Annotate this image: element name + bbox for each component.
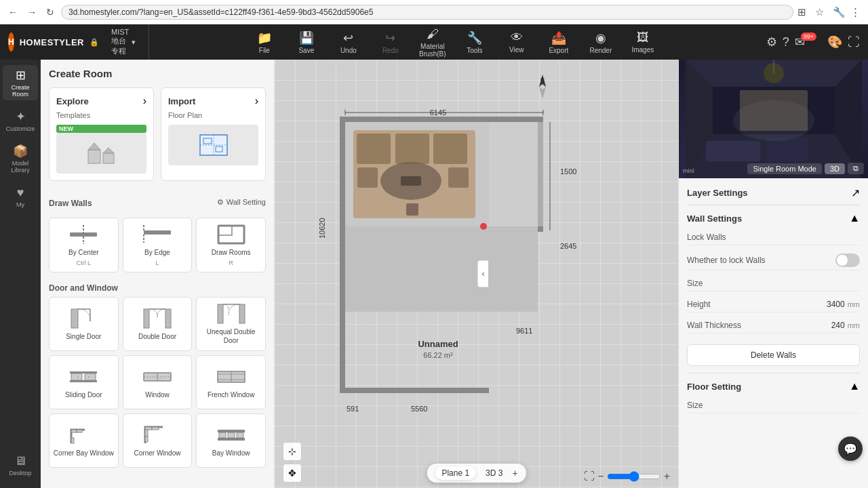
file-btn[interactable]: 📁 File <box>244 24 285 60</box>
double-door-tool[interactable]: Double Door <box>123 297 193 351</box>
floor-setting-header[interactable]: Floor Setting ▲ <box>687 380 860 392</box>
sidebar-item-create-room[interactable]: ⊞ Create Room <box>3 65 38 100</box>
svg-rect-50 <box>219 432 226 438</box>
tools-btn[interactable]: 🔧 Tools <box>454 24 495 60</box>
palette-icon[interactable]: 🎨 <box>827 35 842 49</box>
view-btn[interactable]: 👁 View <box>496 24 537 60</box>
nav-back-btn[interactable]: ← <box>5 5 20 19</box>
bay-window-tool[interactable]: Bay Window <box>196 413 266 468</box>
export-btn[interactable]: 📤 Export <box>538 24 579 60</box>
svg-rect-24 <box>218 304 223 323</box>
svg-text:2645: 2645 <box>560 242 576 250</box>
canvas-tab-plane1[interactable]: Plane 1 <box>435 466 476 480</box>
extensions-icon[interactable]: 🔧 <box>833 6 845 18</box>
by-edge-shortcut: L <box>155 260 159 266</box>
svg-rect-41 <box>71 430 77 432</box>
single-door-label: Single Door <box>66 332 101 341</box>
sidebar-item-desktop[interactable]: 🖥 Desktop <box>3 447 38 483</box>
window-tool[interactable]: Window <box>123 355 193 409</box>
wall-setting-btn[interactable]: ⚙ Wall Setting <box>217 198 266 207</box>
fullscreen-icon[interactable]: ⛶ <box>848 35 860 49</box>
explore-card[interactable]: Explore › Templates NEW <box>49 87 154 181</box>
unequal-double-door-icon <box>216 303 246 325</box>
sidebar-item-customize[interactable]: ✦ Customize <box>3 103 38 138</box>
sidebar-item-my-label: My <box>16 201 24 208</box>
sidebar-item-model-library[interactable]: 📦 Model Library <box>3 141 38 176</box>
layer-settings-header[interactable]: Layer Settings ↗ <box>687 186 860 199</box>
nav-refresh-btn[interactable]: ↻ <box>43 5 57 19</box>
north-arrow: N <box>532 73 553 104</box>
help-icon[interactable]: ? <box>783 35 789 49</box>
corner-bay-window-tool[interactable]: Corner Bay Window <box>49 413 119 468</box>
corner-bay-window-label: Corner Bay Window <box>54 449 114 458</box>
right-panel-collapse-btn[interactable]: ‹ <box>477 260 488 287</box>
notification-badge: 99+ <box>801 33 816 41</box>
url-bar[interactable] <box>61 5 793 20</box>
create-room-icon: ⊞ <box>16 68 26 83</box>
cast-icon[interactable]: ⊞ <box>797 6 810 18</box>
wall-settings-header[interactable]: Wall Settings ▲ <box>687 212 860 224</box>
right-panel: mini Single Room Mode 3D ⧉ Layer Setting… <box>678 60 868 488</box>
browser-icons: ⊞ ☆ 🔧 ⋮ <box>797 6 863 18</box>
3d-btn[interactable]: 3D <box>825 163 845 174</box>
sliding-door-tool[interactable]: Sliding Door <box>49 355 119 409</box>
zoom-in-btn[interactable]: + <box>664 470 670 483</box>
add-tab-btn[interactable]: + <box>512 468 517 479</box>
unequal-double-door-label: Unequal Double Door <box>199 327 262 345</box>
canvas-area[interactable]: N <box>275 60 678 488</box>
render-btn[interactable]: ◉ Render <box>580 24 621 60</box>
canvas-tab-3d3[interactable]: 3D 3 <box>479 466 509 480</box>
draw-rooms-label: Draw Rooms <box>212 248 251 257</box>
floor-size-row: Size <box>687 398 860 413</box>
single-room-mode-btn[interactable]: Single Room Mode <box>747 163 822 174</box>
lock-walls-toggle[interactable] <box>835 253 860 267</box>
pan-tool-btn[interactable]: ✥ <box>283 464 302 483</box>
settings-icon[interactable]: ⚙ <box>766 35 777 49</box>
by-center-label: By Center <box>68 248 98 257</box>
svg-marker-3 <box>103 148 114 153</box>
wall-height-value: 3400 <box>827 300 845 309</box>
svg-text:10620: 10620 <box>318 218 326 239</box>
by-edge-tool[interactable]: By Edge L <box>123 218 193 272</box>
by-edge-label: By Edge <box>144 248 170 257</box>
import-card-header: Import › <box>168 95 258 107</box>
import-card[interactable]: Import › Floor Plan <box>161 87 266 181</box>
images-btn[interactable]: 🖼 Images <box>623 24 663 60</box>
by-center-tool[interactable]: By Center Ctrl L <box>49 218 119 272</box>
svg-text:1500: 1500 <box>560 167 576 176</box>
svg-rect-25 <box>239 304 245 323</box>
unequal-double-door-tool[interactable]: Unequal Double Door <box>196 297 266 351</box>
redo-btn[interactable]: ↪ Redo <box>370 24 411 60</box>
zoom-fit-btn[interactable]: ⛶ <box>584 470 595 483</box>
material-brush-label: Material Brush(B) <box>412 43 453 58</box>
user-area[interactable]: MIST地台专程 ▾ <box>104 28 142 56</box>
material-brush-btn[interactable]: 🖌 Material Brush(B) <box>412 24 453 60</box>
bay-window-label: Bay Window <box>212 449 250 458</box>
french-window-tool[interactable]: French Window <box>196 355 266 409</box>
delete-walls-btn[interactable]: Delete Walls <box>687 344 860 366</box>
zoom-slider[interactable] <box>607 471 661 482</box>
undo-label: Undo <box>340 47 357 54</box>
by-edge-icon <box>142 224 172 245</box>
save-btn[interactable]: 💾 Save <box>286 24 327 60</box>
select-tool-btn[interactable]: ⊹ <box>283 442 302 461</box>
sidebar-item-my[interactable]: ♥ My <box>3 179 38 214</box>
wall-height-unit: mm <box>848 300 860 308</box>
more-icon[interactable]: ⋮ <box>850 6 863 18</box>
corner-window-tool[interactable]: Corner Window <box>123 413 193 468</box>
single-door-tool[interactable]: Single Door <box>49 297 119 351</box>
svg-rect-74 <box>448 167 469 188</box>
copy-btn[interactable]: ⧉ <box>848 163 864 174</box>
undo-btn[interactable]: ↩ Undo <box>328 24 369 60</box>
assist-btn[interactable]: 💬 <box>838 436 863 461</box>
window-label: Window <box>145 390 170 399</box>
svg-rect-49 <box>218 438 245 441</box>
nav-forward-btn[interactable]: → <box>24 5 39 19</box>
file-icon: 📁 <box>257 30 272 45</box>
explore-arrow-icon: › <box>143 95 146 107</box>
draw-rooms-tool[interactable]: Draw Rooms R <box>196 218 266 272</box>
room-cards: Explore › Templates NEW Import <box>49 87 266 181</box>
bookmark-icon[interactable]: ☆ <box>815 6 827 18</box>
wall-setting-gear-icon: ⚙ <box>217 198 224 207</box>
zoom-out-btn[interactable]: − <box>597 470 604 483</box>
